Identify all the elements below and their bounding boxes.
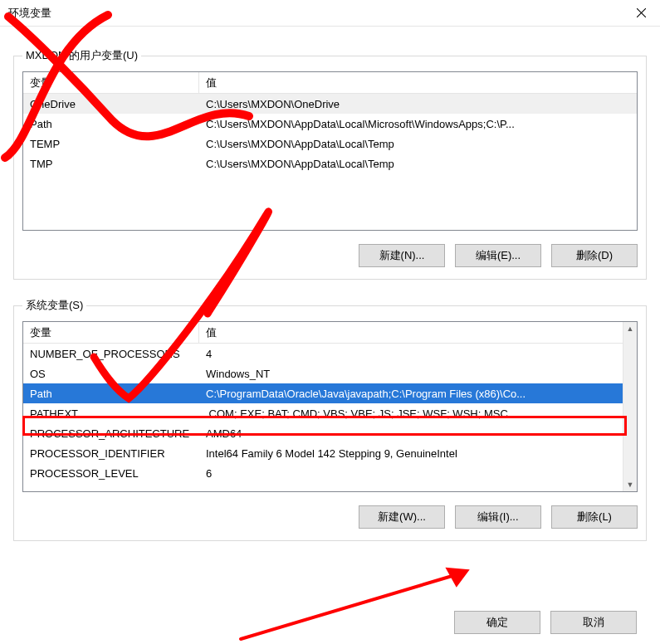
user-delete-button[interactable]: 删除(D) (551, 244, 638, 267)
var-name: PROCESSOR_IDENTIFIER (23, 447, 199, 460)
var-value: .COM;.EXE;.BAT;.CMD;.VBS;.VBE;.JS;.JSE;.… (199, 407, 637, 420)
var-value: C:\Users\MXDON\AppData\Local\Temp (199, 158, 637, 170)
close-button[interactable] (622, 0, 660, 27)
system-buttons-row: 新建(W)... 编辑(I)... 删除(L) (22, 505, 638, 529)
cancel-button[interactable]: 取消 (550, 611, 637, 634)
table-row[interactable]: PathC:\ProgramData\Oracle\Java\javapath;… (23, 383, 637, 403)
user-buttons-row: 新建(N)... 编辑(E)... 删除(D) (22, 244, 638, 267)
system-list-header: 变量 值 (23, 322, 637, 344)
system-edit-button[interactable]: 编辑(I)... (455, 505, 541, 529)
scroll-down-icon[interactable]: ▼ (627, 478, 634, 491)
var-value: 6 (199, 467, 637, 480)
table-row[interactable]: PROCESSOR_IDENTIFIERIntel64 Family 6 Mod… (23, 443, 637, 463)
var-value: Intel64 Family 6 Model 142 Stepping 9, G… (199, 447, 637, 460)
scroll-up-icon[interactable]: ▲ (627, 322, 634, 335)
ok-button[interactable]: 确定 (454, 611, 540, 634)
system-delete-button[interactable]: 删除(L) (551, 505, 638, 529)
system-variables-legend: 系统变量(S) (22, 298, 86, 313)
table-row[interactable]: TEMPC:\Users\MXDON\AppData\Local\Temp (23, 134, 637, 154)
table-row[interactable]: OneDriveC:\Users\MXDON\OneDrive (23, 94, 637, 114)
user-variables-list[interactable]: 变量 值 OneDriveC:\Users\MXDON\OneDrivePath… (22, 71, 638, 231)
var-name: PROCESSOR_ARCHITECTURE (23, 427, 199, 440)
system-new-button[interactable]: 新建(W)... (359, 505, 445, 529)
user-variables-group: MXDON 的用户变量(U) 变量 值 OneDriveC:\Users\MXD… (13, 48, 647, 280)
var-value: C:\Users\MXDON\OneDrive (199, 98, 637, 110)
var-value: C:\Users\MXDON\AppData\Local\Temp (199, 138, 637, 150)
var-name: Path (23, 388, 199, 400)
user-list-header: 变量 值 (23, 72, 637, 94)
user-variables-legend: MXDON 的用户变量(U) (22, 48, 141, 63)
var-value: C:\Users\MXDON\AppData\Local\Microsoft\W… (199, 118, 637, 130)
user-col-value[interactable]: 值 (199, 72, 637, 93)
var-value: 4 (199, 348, 637, 360)
var-name: PROCESSOR_LEVEL (23, 467, 199, 480)
var-name: PATHEXT (23, 407, 199, 420)
system-variables-group: 系统变量(S) 变量 值 NUMBER_OF_PROCESSORS4OSWind… (13, 298, 647, 541)
table-row[interactable]: PATHEXT.COM;.EXE;.BAT;.CMD;.VBS;.VBE;.JS… (23, 403, 637, 423)
var-name: Path (23, 118, 199, 130)
var-name: TMP (23, 158, 199, 170)
var-name: NUMBER_OF_PROCESSORS (23, 348, 199, 360)
table-row[interactable]: PROCESSOR_ARCHITECTUREAMD64 (23, 423, 637, 443)
var-value: C:\ProgramData\Oracle\Java\javapath;C:\P… (199, 388, 637, 400)
user-new-button[interactable]: 新建(N)... (359, 244, 445, 267)
user-col-name[interactable]: 变量 (23, 72, 199, 93)
user-edit-button[interactable]: 编辑(E)... (455, 244, 541, 267)
var-value: Windows_NT (199, 368, 637, 380)
table-row[interactable]: NUMBER_OF_PROCESSORS4 (23, 344, 637, 363)
dialog-buttons: 确定 取消 (0, 611, 660, 634)
window-title: 环境变量 (8, 6, 51, 21)
table-row[interactable]: PROCESSOR_LEVEL6 (23, 463, 637, 483)
var-name: OneDrive (23, 98, 199, 110)
table-row[interactable]: PathC:\Users\MXDON\AppData\Local\Microso… (23, 114, 637, 134)
titlebar: 环境变量 (0, 0, 660, 27)
close-icon (637, 8, 646, 17)
system-variables-list[interactable]: 变量 值 NUMBER_OF_PROCESSORS4OSWindows_NTPa… (22, 321, 638, 492)
system-col-value[interactable]: 值 (199, 322, 637, 343)
system-col-name[interactable]: 变量 (23, 322, 199, 343)
var-value: AMD64 (199, 427, 637, 440)
table-row[interactable]: TMPC:\Users\MXDON\AppData\Local\Temp (23, 154, 637, 173)
svg-marker-3 (448, 569, 467, 584)
system-scrollbar[interactable]: ▲ ▼ (623, 322, 637, 491)
var-name: TEMP (23, 138, 199, 150)
table-row[interactable]: OSWindows_NT (23, 363, 637, 383)
var-name: OS (23, 368, 199, 380)
